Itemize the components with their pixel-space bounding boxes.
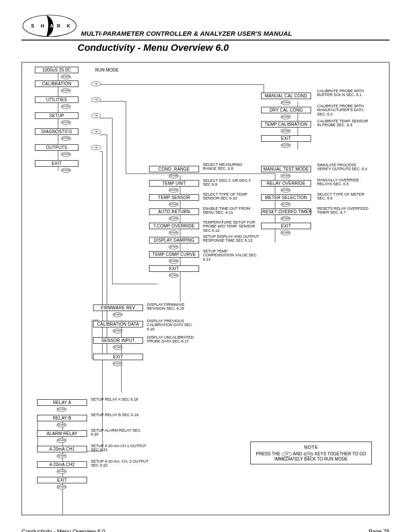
page: S H A R K MULTI-PARAMETER CONTROLLER & A… xyxy=(22,13,389,532)
util-relay-override-desc: MANUALLY OVERRIDE RELAYS SEC. 6.5 xyxy=(317,178,369,187)
down-icon: DOWN xyxy=(168,202,179,207)
cal-temp: TEMP CALIBRATION xyxy=(261,121,311,128)
util-meter-selection-desc: SELECT TYPE OF METER SEC. 6.6 xyxy=(317,193,369,201)
header: S H A R K MULTI-PARAMETER CONTROLLER & A… xyxy=(22,13,389,40)
setup-temp-sensor-desc: SELECT TYPE OF TEMP SENSOR SEC 6.10 xyxy=(203,193,255,201)
down-icon: DOWN xyxy=(280,216,291,221)
down-icon: DOWN xyxy=(280,174,291,178)
down-icon: DOWN xyxy=(168,174,179,178)
down-icon: DOWN xyxy=(112,312,123,317)
menu-utilities: UTILITIES xyxy=(35,96,78,103)
down-icon: DOWN xyxy=(280,100,291,105)
util-reset-overfd-desc: RESETS RELAY OVERFEED TIMER SEC. 6.7 xyxy=(317,207,369,215)
diag-cal-data: CALIBRATION DATA xyxy=(93,321,143,327)
right-icon xyxy=(91,81,101,87)
down-icon: DOWN xyxy=(56,423,67,427)
manual-title: MULTI-PARAMETER CONTROLLER & ANALYZER US… xyxy=(81,30,292,37)
right-icon xyxy=(91,129,101,134)
diag-cal-data-desc: DISPLAY PREVIOUS CALIBRATION DATA SEC 6.… xyxy=(147,319,199,331)
note-text: PRESS THE UP AND DOWN KEYS TOGETHER TO G… xyxy=(255,451,367,461)
svg-text:A: A xyxy=(50,23,53,28)
diag-exit: EXIT xyxy=(93,354,143,360)
svg-text:S H: S H xyxy=(31,23,47,28)
setup-temp-comp-curve-desc: SETUP TEMP COMPENSATION VALUE SEC 6.14 xyxy=(203,249,259,261)
diag-firmware: FIRMWARE REV xyxy=(93,305,143,311)
setup-temp-comp-curve: TEMP COMP CURVE xyxy=(149,251,199,258)
up-icon: UP xyxy=(282,452,292,457)
down-icon: DOWN xyxy=(61,120,71,125)
out-420-ch1: 4-20mA CH1 xyxy=(37,446,87,452)
menu-exit: EXIT xyxy=(35,160,78,167)
note-box: NOTE PRESS THE UP AND DOWN KEYS TOGETHER… xyxy=(250,442,372,464)
down-icon: DOWN xyxy=(168,245,179,249)
page-footer: Conductivity - Menu Overview 6.0 Page 76 xyxy=(22,528,389,532)
right-icon xyxy=(91,145,101,150)
util-manual-test: MANUAL TEST MODE xyxy=(261,166,311,172)
down-icon: DOWN xyxy=(112,361,123,366)
down-icon: DOWN xyxy=(61,104,71,109)
menu-outputs: OUTPUTS xyxy=(35,144,78,151)
diag-sensor-input: SENSOR INPUT xyxy=(93,337,143,344)
out-relay-a: RELAY A xyxy=(37,399,87,406)
cal-dry-desc: CALIBRATE PROBE WITH MANUFACTURER'S DATA… xyxy=(317,104,373,116)
out-420-ch1-desc: SETUP 4-20 mA CH 1 OUTPUT SEC 6.21 xyxy=(91,444,151,452)
setup-display-damping-desc: SETUP DISPLAY AND OUTPUT RESPONSE TIME S… xyxy=(203,235,259,243)
down-icon: DOWN xyxy=(61,136,71,141)
down-icon: DOWN xyxy=(56,407,67,412)
down-icon: DOWN xyxy=(56,485,67,489)
cal-manual-desc: CALIBRATE PROBE WITH BUFFER SOL'N SEC. 6… xyxy=(317,89,369,97)
down-icon: DOWN xyxy=(280,129,291,134)
down-icon: DOWN xyxy=(168,259,179,264)
down-icon: DOWN xyxy=(56,438,67,443)
out-relay-b-desc: SETUP RELAY B SEC 6.19 xyxy=(91,413,147,417)
setup-cond-range: COND. RANGE xyxy=(149,166,199,172)
down-icon: DOWN xyxy=(168,188,179,193)
down-icon: DOWN xyxy=(280,202,291,207)
cal-manual: MANUAL CAL COND xyxy=(261,93,311,99)
footer-left: Conductivity - Menu Overview 6.0 xyxy=(22,528,105,532)
section-title: Conductivity - Menu Overview 6.0 xyxy=(78,42,389,53)
down-icon: DOWN xyxy=(280,143,291,148)
out-relay-b: RELAY B xyxy=(37,415,87,421)
util-meter-selection: METER SELECTION xyxy=(261,194,311,201)
setup-temp-unit: TEMP UNIT xyxy=(149,180,199,187)
down-icon: DOWN xyxy=(280,230,291,235)
down-icon: DOWN xyxy=(61,88,71,93)
right-icon xyxy=(91,113,101,118)
out-420-ch2: 4-20mA CH2 xyxy=(37,461,87,468)
svg-text:R K: R K xyxy=(57,23,73,28)
util-relay-override: RELAY OVERRIDE xyxy=(261,180,311,187)
setup-temp-unit-desc: SELECT DEG C OR DEG F SEC 6.9 xyxy=(203,179,259,187)
setup-auto-return-desc: ENABLE TIME OUT FROM MENU SEC. 6.11 xyxy=(203,207,255,215)
out-exit: EXIT xyxy=(37,477,87,483)
down-icon: DOWN xyxy=(280,188,291,193)
diag-firmware-desc: DISPLAY FIRMWAVE REVISION SEC. 6.15 xyxy=(147,303,199,311)
menu-calibration: CALIBRATION xyxy=(35,81,78,87)
diag-sensor-input-desc: DISPLAY UNCALIBRATED PROBE DATA SEC 6.17 xyxy=(147,336,203,344)
down-icon: DOWN xyxy=(168,216,179,221)
setup-display-damping: DISPLAY DAMPING xyxy=(149,237,199,243)
note-title: NOTE xyxy=(255,445,367,450)
cal-exit: EXIT xyxy=(261,135,311,142)
cal-dry: DRY CAL COND xyxy=(261,107,311,113)
down-icon: DOWN xyxy=(303,452,314,457)
setup-exit: EXIT xyxy=(149,265,199,272)
util-reset-overfd: RESET OVERFD TIMER xyxy=(261,208,311,215)
shark-logo: S H A R K xyxy=(22,13,78,39)
out-alarm-relay: ALARM RELAY xyxy=(37,430,87,437)
cal-temp-desc: CALIBRATE TEMP. SENSOR IN PROBE SEC. 6.3 xyxy=(317,119,369,128)
menu-diagram: 1000uS 25.0C RUN MODE DOWN CALIBRATION D… xyxy=(22,62,389,515)
down-icon: DOWN xyxy=(168,230,179,235)
setup-temp-sensor: TEMP SENSOR xyxy=(149,194,199,201)
menu-diagnostics: DIAGNOSTICS xyxy=(35,128,78,135)
footer-right: Page 76 xyxy=(369,528,389,532)
util-exit: EXIT xyxy=(261,223,311,229)
down-icon: DOWN xyxy=(61,168,71,173)
down-icon: DOWN xyxy=(280,115,291,119)
down-icon: DOWN xyxy=(112,329,123,333)
run-display: 1000uS 25.0C xyxy=(35,67,78,73)
out-relay-a-desc: SETUP RELAY A SEC 6.18 xyxy=(91,398,147,401)
setup-cond-range-desc: SELECT MEASURING RANGE SEC. 6.8 xyxy=(203,163,255,171)
down-icon: DOWN xyxy=(56,469,67,474)
util-manual-test-desc: SIMULATE PROCESS VERIFY OUTPUTS SEC. 6.4 xyxy=(317,163,369,171)
